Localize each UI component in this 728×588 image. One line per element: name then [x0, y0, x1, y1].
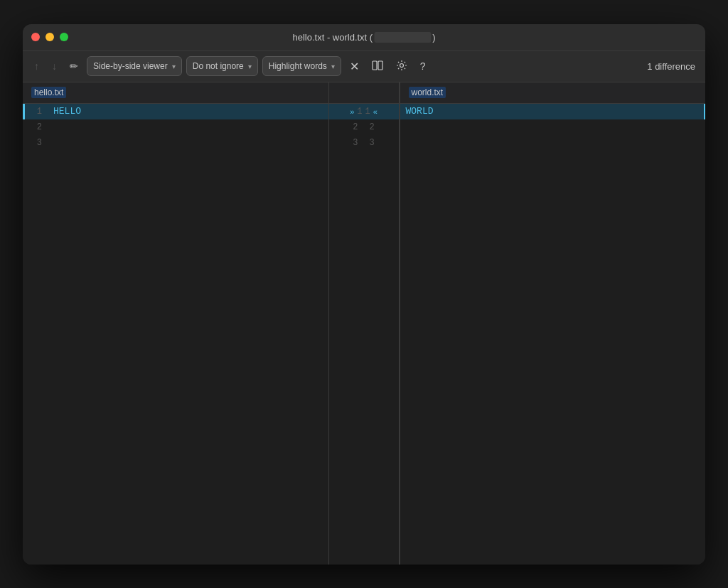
help-button[interactable]: ?: [416, 58, 430, 75]
highlight-dropdown-label: Highlight words: [269, 61, 327, 71]
gutter-left-num-1: 1: [357, 107, 362, 117]
minimize-button[interactable]: [46, 33, 54, 41]
diff-gutter: » 1 1 « 2 2 3 3: [328, 104, 400, 565]
highlight-dropdown-chevron: ▾: [331, 63, 335, 70]
maximize-button[interactable]: [60, 33, 68, 41]
right-panel[interactable]: WORLD: [400, 104, 706, 565]
gutter-arrow-right-1: «: [373, 107, 378, 116]
columns-icon: [372, 60, 383, 73]
edit-icon: ✏: [70, 60, 78, 72]
close-button[interactable]: [31, 33, 40, 41]
left-line-number-3: 3: [23, 138, 48, 148]
svg-rect-0: [373, 61, 377, 70]
left-line-number-2: 2: [23, 122, 48, 132]
right-line-2: [400, 119, 706, 135]
ignore-dropdown-label: Do not ignore: [193, 61, 244, 71]
left-line-2: 2: [23, 119, 328, 135]
app-window: hello.txt - world.txt () ↑ ↓ ✏ Side-by-s…: [23, 24, 705, 565]
gutter-line-2: 2 2: [329, 119, 399, 135]
toolbar: ↑ ↓ ✏ Side-by-side viewer ▾ Do not ignor…: [23, 51, 705, 82]
file-header-gutter: [328, 82, 400, 104]
close-diff-icon: ✕: [350, 60, 359, 73]
ignore-dropdown[interactable]: Do not ignore ▾: [186, 56, 258, 76]
gutter-line-1: » 1 1 «: [329, 104, 399, 119]
close-diff-button[interactable]: ✕: [346, 57, 363, 76]
left-line-number-1: 1: [23, 107, 48, 117]
viewer-dropdown-label: Side-by-side viewer: [93, 61, 168, 71]
diff-count: 1 difference: [647, 61, 698, 72]
prev-diff-button[interactable]: ↑: [30, 58, 43, 75]
svg-rect-1: [378, 61, 382, 70]
right-file-name: world.txt: [409, 87, 446, 98]
next-diff-button[interactable]: ↓: [48, 58, 61, 75]
left-line-1: 1 HELLO: [23, 104, 328, 119]
file-header-right: world.txt: [400, 82, 706, 104]
diff-viewer: 1 HELLO 2 3 » 1 1 « 2: [23, 104, 705, 565]
ignore-dropdown-chevron: ▾: [248, 63, 252, 70]
gutter-left-num-3: 3: [353, 138, 358, 148]
help-icon: ?: [420, 60, 426, 72]
gutter-right-num-1: 1: [365, 107, 370, 117]
svg-point-2: [400, 63, 403, 67]
right-diff-indicator: [704, 104, 705, 119]
edit-button[interactable]: ✏: [65, 58, 82, 75]
settings-button[interactable]: [392, 57, 412, 76]
gutter-line-3: 3 3: [329, 135, 399, 151]
right-line-content-1: WORLD: [400, 106, 439, 117]
gutter-arrow-left-1: »: [350, 107, 354, 116]
viewer-dropdown[interactable]: Side-by-side viewer ▾: [87, 56, 182, 76]
left-line-3: 3: [23, 135, 328, 151]
viewer-dropdown-chevron: ▾: [172, 63, 176, 70]
settings-icon: [396, 60, 407, 73]
window-title: hello.txt - world.txt (): [292, 32, 435, 43]
gutter-right-num-2: 2: [370, 122, 375, 132]
traffic-lights: [31, 33, 68, 41]
gutter-left-num-2: 2: [353, 122, 358, 132]
titlebar: hello.txt - world.txt (): [23, 24, 705, 51]
left-panel[interactable]: 1 HELLO 2 3: [23, 104, 328, 565]
columns-button[interactable]: [368, 57, 387, 76]
file-headers: hello.txt world.txt: [23, 82, 705, 104]
gutter-right-num-3: 3: [370, 138, 375, 148]
left-file-name: hello.txt: [31, 87, 66, 98]
right-line-3: [400, 135, 706, 151]
left-line-content-1: HELLO: [48, 106, 87, 117]
right-line-1: WORLD: [400, 104, 706, 119]
highlight-dropdown[interactable]: Highlight words ▾: [262, 56, 341, 76]
file-header-left: hello.txt: [23, 82, 328, 104]
